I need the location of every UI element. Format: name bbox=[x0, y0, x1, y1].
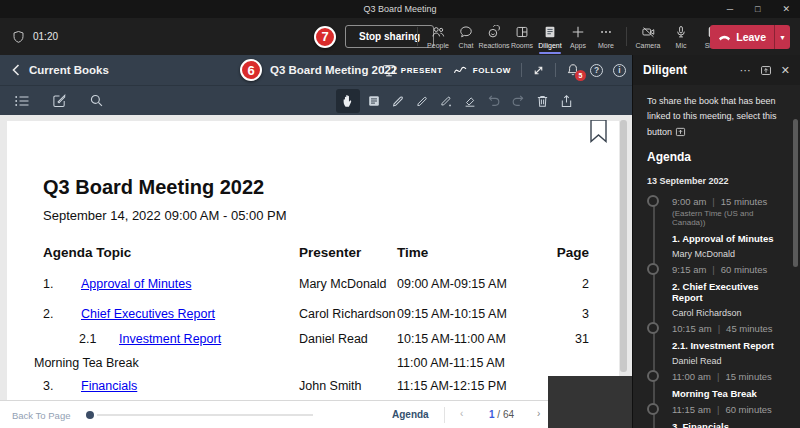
presenter-cell: John Smith bbox=[299, 379, 397, 393]
present-label: PRESENT bbox=[401, 66, 443, 75]
timeline-node-icon bbox=[647, 370, 659, 382]
bar-divider bbox=[521, 63, 522, 77]
agenda-topic-link[interactable]: Investment Report bbox=[119, 332, 221, 346]
agenda-tab[interactable]: Agenda bbox=[392, 409, 429, 420]
timeline-node-icon bbox=[647, 322, 659, 334]
agenda-timeline-item[interactable]: 11:00 am|15 minutesMorning Tea Break bbox=[647, 371, 788, 399]
pager-divider bbox=[444, 407, 445, 423]
share-book-icon[interactable] bbox=[675, 126, 686, 137]
agenda-timeline-item[interactable]: 9:15 am|60 minutes2. Chief Executives Re… bbox=[647, 264, 788, 318]
agenda-timeline-item[interactable]: 11:15 am|60 minutes3. FinancialsJohn Smi… bbox=[647, 404, 788, 428]
page-navigation-bar: Back To Page Agenda ‹ 1 / 64 › bbox=[0, 400, 552, 428]
sidebar-scrollbar[interactable] bbox=[793, 119, 798, 267]
back-to-page-button[interactable]: Back To Page bbox=[12, 410, 70, 421]
leave-options-chevron-icon[interactable]: ▼ bbox=[774, 25, 790, 49]
stop-sharing-button[interactable]: Stop sharing bbox=[345, 25, 434, 48]
panel-more-icon[interactable]: ⋯ bbox=[740, 65, 751, 76]
previous-page-chevron-icon[interactable]: ‹ bbox=[460, 408, 463, 419]
document-subtitle: September 14, 2022 09:00 AM - 05:00 PM bbox=[43, 208, 287, 223]
redo-button[interactable] bbox=[508, 89, 528, 113]
leave-label: Leave bbox=[736, 31, 766, 43]
annotations-list-tool[interactable] bbox=[364, 89, 384, 113]
agenda-topic-link[interactable]: Financials bbox=[81, 379, 137, 393]
diligent-app-label: Diligent bbox=[538, 42, 561, 49]
agenda-topic-link[interactable]: Approval of Minutes bbox=[81, 277, 191, 291]
reactions-button[interactable]: Reactions bbox=[480, 18, 508, 55]
diligent-app-icon bbox=[543, 25, 557, 39]
close-icon[interactable]: ✕ bbox=[782, 4, 790, 14]
help-button[interactable]: ? bbox=[590, 64, 603, 77]
chat-button[interactable]: Chat bbox=[452, 18, 480, 55]
header-page: Page bbox=[549, 245, 589, 260]
page-slider-handle[interactable] bbox=[86, 411, 94, 419]
ellipsis-icon bbox=[599, 25, 613, 39]
pen-tool[interactable] bbox=[388, 89, 408, 113]
people-label: People bbox=[427, 42, 449, 49]
back-chevron-icon bbox=[12, 64, 20, 76]
page-cell: 2 bbox=[549, 277, 589, 291]
book-header-bar: Current Books 6 Q3 Board Meeting 2022 PR… bbox=[0, 55, 632, 85]
pan-hand-tool[interactable] bbox=[336, 89, 360, 113]
item-time: 10:15 am|45 minutes bbox=[672, 323, 788, 334]
reactions-label: Reactions bbox=[478, 42, 509, 49]
page-scrollbar[interactable] bbox=[620, 120, 627, 372]
info-button[interactable]: i bbox=[613, 64, 626, 77]
page-indicator: 1 / 64 bbox=[489, 409, 514, 420]
agenda-timeline-item[interactable]: 10:15 am|45 minutes2.1. Investment Repor… bbox=[647, 323, 788, 366]
fountain-pen-tool[interactable] bbox=[436, 89, 456, 113]
minimize-icon[interactable]: ─ bbox=[727, 4, 733, 14]
diligent-app-button[interactable]: Diligent bbox=[536, 18, 564, 55]
side-panel-body: To share the book that has been linked t… bbox=[633, 85, 800, 428]
fullscreen-icon[interactable] bbox=[532, 64, 545, 77]
agenda-item-number: 2. bbox=[43, 307, 81, 321]
reactions-icon bbox=[487, 25, 502, 39]
search-button[interactable] bbox=[86, 89, 106, 113]
item-presenter: Daniel Read bbox=[672, 356, 788, 366]
sidebar-agenda-heading: Agenda bbox=[647, 150, 788, 164]
hangup-icon bbox=[718, 33, 731, 42]
item-timezone: (Eastern Time (US and Canada)) bbox=[672, 209, 788, 227]
presenter-cell: Daniel Read bbox=[299, 332, 397, 346]
item-time: 9:00 am|15 minutes bbox=[672, 196, 788, 207]
agenda-topic-link[interactable]: Chief Executives Report bbox=[81, 307, 215, 321]
item-time: 9:15 am|60 minutes bbox=[672, 264, 788, 275]
side-panel-title: Diligent bbox=[643, 63, 740, 77]
rooms-button[interactable]: Rooms bbox=[508, 18, 536, 55]
annotation-step-7: 7 bbox=[314, 26, 336, 48]
agenda-item-number: 3. bbox=[43, 379, 81, 393]
delete-annotation-button[interactable] bbox=[532, 89, 552, 113]
camera-off-icon bbox=[641, 25, 656, 39]
book-title: Q3 Board Meeting 2022 bbox=[270, 64, 397, 76]
chat-icon bbox=[459, 25, 473, 39]
apps-button[interactable]: Apps bbox=[564, 18, 592, 55]
export-share-button[interactable] bbox=[556, 89, 576, 113]
back-to-current-books[interactable]: Current Books bbox=[12, 64, 109, 76]
people-button[interactable]: People bbox=[424, 18, 452, 55]
agenda-timeline-item[interactable]: 9:00 am|15 minutes(Eastern Time (US and … bbox=[647, 196, 788, 259]
agenda-table-row: Morning Tea Break11:00 AM-11:15 AM bbox=[43, 356, 589, 379]
pencil-tool[interactable] bbox=[412, 89, 432, 113]
mic-label: Mic bbox=[676, 42, 687, 49]
follow-button[interactable]: FOLLOW bbox=[453, 64, 511, 76]
bookmark-icon[interactable] bbox=[590, 120, 607, 143]
meeting-info: 01:20 bbox=[12, 18, 58, 55]
eraser-tool[interactable] bbox=[460, 89, 480, 113]
notifications-button[interactable]: 5 bbox=[566, 63, 580, 77]
next-page-chevron-icon[interactable]: › bbox=[537, 408, 540, 419]
header-presenter: Presenter bbox=[299, 245, 397, 260]
panel-close-icon[interactable]: ✕ bbox=[781, 65, 790, 76]
camera-off-button[interactable]: Camera bbox=[634, 18, 662, 55]
leave-button[interactable]: Leave ▼ bbox=[710, 25, 790, 49]
time-cell: 11:00 AM-11:15 AM bbox=[397, 356, 549, 370]
maximize-icon[interactable]: □ bbox=[755, 4, 760, 14]
toolbar-divider bbox=[417, 27, 418, 46]
toc-list-button[interactable] bbox=[12, 89, 32, 113]
mic-button[interactable]: Mic bbox=[667, 18, 695, 55]
present-button[interactable]: PRESENT bbox=[382, 64, 443, 77]
more-button[interactable]: More bbox=[592, 18, 620, 55]
compose-note-button[interactable] bbox=[49, 89, 69, 113]
apps-label: Apps bbox=[570, 42, 586, 49]
page-slider-track[interactable] bbox=[97, 414, 313, 416]
pop-out-icon[interactable] bbox=[760, 64, 772, 76]
undo-button[interactable] bbox=[484, 89, 504, 113]
